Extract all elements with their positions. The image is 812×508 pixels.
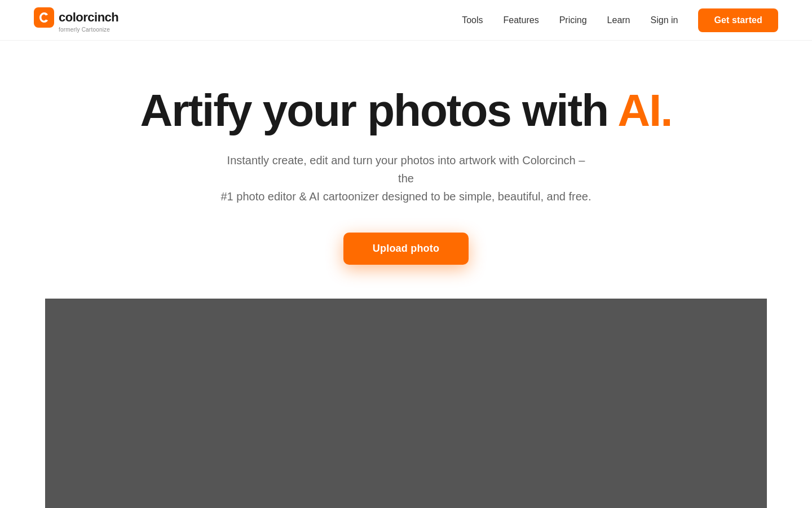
app-preview-area	[45, 299, 767, 508]
nav-features[interactable]: Features	[504, 15, 539, 25]
nav-learn[interactable]: Learn	[607, 15, 630, 25]
logo-brand-name: colorcinch	[59, 10, 118, 25]
upload-photo-button[interactable]: Upload photo	[343, 233, 469, 265]
hero-subtitle: Instantly create, edit and turn your pho…	[220, 151, 592, 205]
svg-rect-0	[34, 7, 54, 28]
nav-tools[interactable]: Tools	[462, 15, 483, 25]
logo-subtitle: formerly Cartoonize	[59, 27, 110, 33]
hero-subtitle-line1: Instantly create, edit and turn your pho…	[227, 154, 585, 185]
logo-wrapper: colorcinch	[34, 7, 118, 28]
hero-title-text: Artify your photos with	[140, 85, 618, 135]
nav-links: Tools Features Pricing Learn Sign in Get…	[462, 8, 778, 32]
colorcinch-logo-icon	[34, 7, 54, 28]
hero-section: Artify your photos with AI. Instantly cr…	[0, 41, 812, 299]
get-started-button[interactable]: Get started	[698, 8, 778, 32]
hero-title-ai: AI.	[617, 85, 672, 135]
navbar: colorcinch formerly Cartoonize Tools Fea…	[0, 0, 812, 41]
logo-area: colorcinch formerly Cartoonize	[34, 7, 118, 33]
sign-in-link[interactable]: Sign in	[651, 15, 678, 25]
nav-pricing[interactable]: Pricing	[559, 15, 587, 25]
hero-subtitle-line2: #1 photo editor & AI cartoonizer designe…	[220, 190, 591, 203]
hero-title: Artify your photos with AI.	[140, 86, 672, 135]
